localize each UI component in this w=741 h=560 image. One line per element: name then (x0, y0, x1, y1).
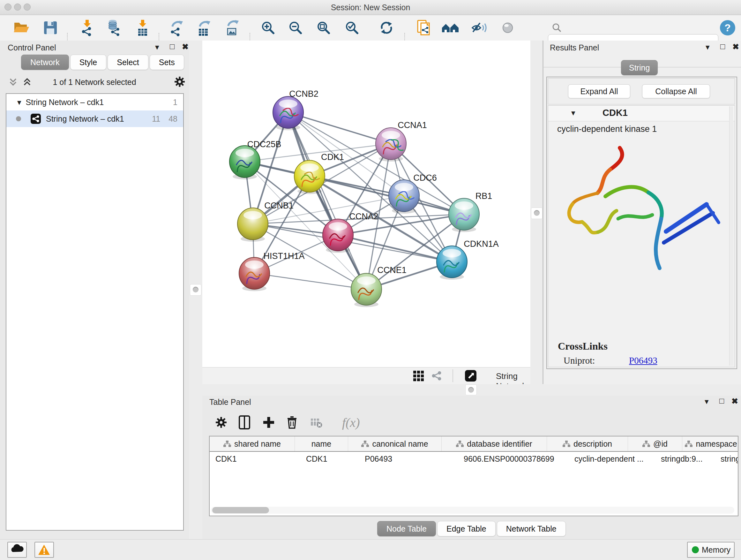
tab-string[interactable]: String (621, 60, 658, 75)
table-body: CDK1CDK1P064939606.ENSP00000378699cyclin… (210, 452, 738, 466)
node-label-RB1: RB1 (475, 191, 492, 201)
tab-select[interactable]: Select (108, 55, 148, 70)
tab-style[interactable]: Style (70, 55, 107, 70)
add-column-icon[interactable] (263, 417, 274, 428)
network-collection-row[interactable]: ▾ String Network – cdk1 1 (6, 94, 183, 111)
collection-label: String Network – cdk1 (26, 98, 104, 107)
column-header-name[interactable]: name (295, 436, 348, 451)
results-panel-float-icon[interactable]: □ (720, 43, 725, 51)
select-columns-icon[interactable] (239, 416, 250, 429)
refresh-view-icon[interactable] (381, 22, 392, 34)
tab-node-table[interactable]: Node Table (377, 521, 436, 537)
left-splitter-handle[interactable] (190, 284, 201, 296)
network-row[interactable]: String Network – cdk1 11 48 (6, 111, 183, 127)
node-RB1[interactable] (449, 198, 479, 232)
table-cell[interactable]: stringdb (715, 452, 738, 466)
tab-edge-table[interactable]: Edge Table (437, 521, 495, 537)
node-table[interactable]: shared namenamecanonical namedatabase id… (209, 436, 738, 516)
export-table-icon[interactable] (199, 21, 210, 36)
network-options-gear-icon[interactable] (172, 74, 187, 89)
table-hscrollbar-thumb[interactable] (212, 507, 269, 513)
column-header-description[interactable]: description (547, 436, 628, 451)
network-graph[interactable]: CCNB2CCNA1CDC25BCDK1CDC6RB1CCNB1CCNA2CDK… (202, 41, 530, 367)
horizontal-splitter[interactable] (202, 384, 741, 396)
table-settings-gear-icon[interactable] (216, 417, 226, 428)
results-panel-menu-icon[interactable]: ▾ (705, 43, 710, 51)
edge-CCNE1-HIST1H1A[interactable] (254, 273, 366, 289)
table-panel-close-icon[interactable]: ✖ (731, 397, 738, 405)
table-cell[interactable]: CDK1 (210, 452, 300, 466)
memory-button[interactable]: Memory (687, 542, 735, 558)
network-canvas[interactable]: CCNB2CCNA1CDC25BCDK1CDC6RB1CCNB1CCNA2CDK… (202, 41, 530, 367)
import-table-icon[interactable] (138, 20, 147, 36)
table-cell[interactable]: 9606.ENSP00000378699 (458, 452, 569, 466)
node-label-CCNB2: CCNB2 (289, 89, 319, 99)
table-hscrollbar[interactable] (211, 507, 734, 514)
results-scrollbar[interactable] (729, 106, 733, 366)
node-HIST1H1A[interactable] (239, 257, 270, 291)
column-header-canonical-name[interactable]: canonical name (348, 436, 442, 451)
help-icon[interactable]: ? (720, 20, 735, 36)
edge-CCNB2-CCNE1[interactable] (288, 112, 366, 289)
tab-network[interactable]: Network (21, 55, 69, 70)
column-header-database-identifier[interactable]: database identifier (442, 436, 547, 451)
delete-column-icon[interactable] (287, 417, 296, 428)
export-network-icon[interactable] (171, 21, 183, 37)
column-header-shared-name[interactable]: shared name (210, 436, 295, 451)
node-CCNE1[interactable] (351, 273, 382, 307)
collection-expand-icon[interactable]: ▾ (17, 98, 21, 107)
results-panel-close-icon[interactable]: ✖ (732, 43, 739, 51)
node-CDK1[interactable] (294, 160, 325, 194)
share-session-file-icon[interactable] (418, 20, 429, 35)
gene-expand-icon[interactable]: ▾ (571, 108, 576, 118)
table-cell[interactable]: P06493 (359, 452, 458, 466)
network-share-icon[interactable] (432, 371, 441, 381)
table-panel-menu-icon[interactable]: ▾ (704, 397, 709, 406)
results-panel: Results Panel ▾ □ ✖ String Expand All Co… (542, 41, 741, 384)
control-panel-menu-icon[interactable]: ▾ (155, 43, 159, 51)
node-CCNA1[interactable] (376, 128, 406, 162)
export-image-icon[interactable] (227, 20, 239, 35)
warning-button[interactable] (35, 542, 54, 558)
cloud-button[interactable] (7, 542, 27, 558)
birdseye-view-icon[interactable] (465, 370, 476, 381)
node-CCNB1[interactable] (238, 208, 268, 242)
table-cell[interactable]: stringdb:9... (655, 452, 715, 466)
column-header-@id[interactable]: @id (628, 436, 682, 451)
tab-sets[interactable]: Sets (150, 55, 184, 70)
node-CDKN1A[interactable] (436, 246, 467, 280)
gene-section-header[interactable]: ▾ CDK1 (548, 106, 735, 121)
crosslink-link[interactable]: P06493 (629, 355, 657, 366)
import-network-icon[interactable] (82, 20, 91, 36)
toggle-glass-effect-icon[interactable] (503, 23, 513, 33)
zoom-in-icon[interactable] (263, 22, 273, 33)
horizontal-splitter-handle[interactable] (465, 384, 477, 395)
network-list: ▾ String Network – cdk1 1 String Network… (6, 93, 184, 531)
table-cell[interactable]: CDK1 (300, 452, 359, 466)
control-panel-close-icon[interactable]: ✖ (182, 43, 189, 51)
grid-view-icon[interactable] (413, 371, 424, 381)
expand-all-button[interactable]: Expand All (568, 84, 630, 98)
right-splitter-handle[interactable] (531, 207, 542, 219)
zoom-selected-icon[interactable] (347, 22, 357, 33)
memory-label: Memory (702, 545, 731, 555)
save-session-icon[interactable] (44, 21, 57, 34)
table-panel-float-icon[interactable]: □ (719, 397, 724, 405)
node-CDC25B[interactable] (229, 145, 260, 179)
string-home-icon[interactable] (442, 23, 459, 32)
right-splitter[interactable] (530, 41, 542, 384)
open-session-icon[interactable] (14, 23, 29, 32)
control-panel-float-icon[interactable]: □ (170, 43, 175, 51)
table-row[interactable]: CDK1CDK1P064939606.ENSP00000378699cyclin… (210, 452, 738, 466)
edge-CCNB2-CCNA1[interactable] (288, 112, 391, 144)
crosslinks-heading: CrossLinks (558, 340, 608, 352)
zoom-out-icon[interactable] (290, 22, 301, 33)
hide-selected-icon[interactable] (472, 23, 486, 32)
tab-network-table[interactable]: Network Table (497, 521, 566, 537)
column-header-namespace[interactable]: namespace (682, 436, 738, 451)
import-network-database-icon[interactable] (109, 20, 119, 36)
collapse-all-button[interactable]: Collapse All (642, 84, 710, 98)
zoom-fit-icon[interactable] (318, 22, 329, 33)
table-cell[interactable]: cyclin-dependent ... (569, 452, 655, 466)
left-splitter[interactable] (189, 41, 202, 539)
